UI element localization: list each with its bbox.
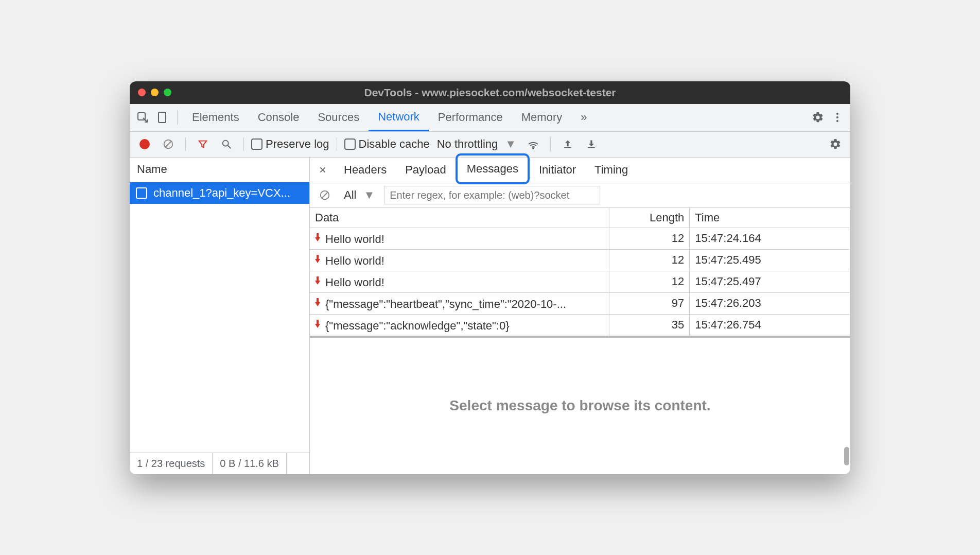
message-row[interactable]: Hello world!1215:47:25.495 — [310, 249, 850, 271]
preserve-log-checkbox[interactable]: Preserve log — [251, 137, 329, 151]
traffic-lights — [138, 89, 171, 96]
incoming-icon — [315, 237, 320, 241]
network-conditions-icon[interactable] — [523, 134, 543, 154]
message-data: Hello world! — [325, 233, 384, 246]
tab-memory[interactable]: Memory — [512, 104, 571, 131]
search-icon[interactable] — [217, 134, 236, 154]
clear-icon[interactable] — [159, 134, 178, 154]
scrollbar-thumb[interactable] — [844, 447, 849, 465]
incoming-icon — [315, 302, 320, 306]
messages-filterbar: All ▼ — [310, 183, 850, 208]
sidebar-footer: 1 / 23 requests 0 B / 11.6 kB — [130, 453, 309, 474]
detail-tab-timing[interactable]: Timing — [585, 158, 637, 183]
svg-point-4 — [836, 116, 838, 118]
upload-har-icon[interactable] — [558, 134, 577, 154]
message-length: 12 — [609, 271, 690, 292]
svg-rect-11 — [564, 147, 571, 148]
message-time: 15:47:24.164 — [690, 228, 850, 249]
transfer-size: 0 B / 11.6 kB — [213, 453, 287, 474]
detail-tab-payload[interactable]: Payload — [396, 158, 456, 183]
column-data[interactable]: Data — [310, 208, 609, 228]
inspect-element-icon[interactable] — [133, 108, 152, 127]
minimize-window-icon[interactable] — [151, 89, 159, 96]
kebab-menu-icon[interactable] — [828, 108, 847, 127]
more-tabs-icon[interactable]: » — [571, 104, 596, 131]
titlebar: DevTools - www.piesocket.com/websocket-t… — [130, 81, 850, 104]
request-row[interactable]: channel_1?api_key=VCX... — [130, 182, 309, 204]
detail-tab-initiator[interactable]: Initiator — [530, 158, 585, 183]
detail-tab-headers[interactable]: Headers — [335, 158, 396, 183]
tab-sources[interactable]: Sources — [308, 104, 369, 131]
incoming-icon — [315, 281, 320, 285]
tab-network[interactable]: Network — [369, 104, 429, 131]
detail-tab-messages[interactable]: Messages — [456, 153, 530, 184]
incoming-icon — [315, 324, 320, 328]
download-har-icon[interactable] — [582, 134, 601, 154]
svg-rect-12 — [588, 147, 594, 148]
message-length: 12 — [609, 228, 690, 249]
detail-panel: × HeadersPayloadMessagesInitiatorTiming … — [310, 158, 850, 474]
requests-count: 1 / 23 requests — [130, 453, 213, 474]
svg-line-9 — [228, 146, 231, 149]
svg-point-8 — [223, 141, 229, 146]
message-time: 15:47:26.754 — [690, 314, 850, 336]
panel-settings-icon[interactable] — [826, 134, 845, 154]
close-detail-icon[interactable]: × — [313, 160, 332, 180]
devtools-window: DevTools - www.piesocket.com/websocket-t… — [130, 81, 850, 474]
svg-point-3 — [836, 113, 838, 115]
tab-console[interactable]: Console — [249, 104, 309, 131]
message-time: 15:47:26.203 — [690, 292, 850, 314]
disable-cache-checkbox[interactable]: Disable cache — [344, 137, 430, 151]
device-toolbar-icon[interactable] — [152, 108, 172, 127]
tab-elements[interactable]: Elements — [183, 104, 249, 131]
messages-table: Data Length Time Hello world!1215:47:24.… — [310, 208, 850, 336]
message-time: 15:47:25.497 — [690, 271, 850, 292]
close-window-icon[interactable] — [138, 89, 146, 96]
message-row[interactable]: Hello world!1215:47:24.164 — [310, 228, 850, 249]
message-data: {"message":"heartbeat","sync_time":"2020… — [325, 298, 566, 311]
message-length: 12 — [609, 249, 690, 271]
message-data: {"message":"acknowledge","state":0} — [325, 319, 510, 333]
svg-rect-1 — [159, 112, 166, 123]
message-type-filter[interactable]: All ▼ — [341, 188, 378, 202]
column-time[interactable]: Time — [690, 208, 850, 228]
clear-messages-icon[interactable] — [315, 185, 335, 205]
filter-icon[interactable] — [193, 134, 213, 154]
message-length: 97 — [609, 292, 690, 314]
svg-line-7 — [166, 142, 171, 147]
request-name: channel_1?api_key=VCX... — [153, 186, 290, 200]
svg-point-5 — [836, 120, 838, 122]
main-tabbar: ElementsConsoleSourcesNetworkPerformance… — [130, 104, 850, 132]
sidebar-header-name[interactable]: Name — [130, 158, 309, 182]
requests-sidebar: Name channel_1?api_key=VCX... 1 / 23 req… — [130, 158, 310, 474]
message-time: 15:47:25.495 — [690, 249, 850, 271]
regex-filter-input[interactable] — [384, 186, 600, 204]
column-length[interactable]: Length — [609, 208, 690, 228]
message-row[interactable]: Hello world!1215:47:25.497 — [310, 271, 850, 292]
maximize-window-icon[interactable] — [164, 89, 171, 96]
record-button[interactable] — [135, 134, 154, 154]
tab-performance[interactable]: Performance — [429, 104, 512, 131]
message-row[interactable]: {"message":"acknowledge","state":0}3515:… — [310, 314, 850, 336]
settings-icon[interactable] — [808, 108, 828, 127]
content-area: Name channel_1?api_key=VCX... 1 / 23 req… — [130, 158, 850, 474]
window-title: DevTools - www.piesocket.com/websocket-t… — [364, 86, 616, 99]
incoming-icon — [315, 259, 320, 263]
message-placeholder: Select message to browse its content. — [310, 336, 850, 474]
svg-line-14 — [322, 193, 328, 198]
message-data: Hello world! — [325, 254, 384, 268]
throttling-select[interactable]: No throttling ▼ — [434, 137, 519, 151]
websocket-icon — [136, 187, 147, 199]
detail-tabbar: × HeadersPayloadMessagesInitiatorTiming — [310, 158, 850, 183]
message-data: Hello world! — [325, 276, 384, 289]
svg-point-10 — [533, 148, 534, 149]
message-row[interactable]: {"message":"heartbeat","sync_time":"2020… — [310, 292, 850, 314]
message-length: 35 — [609, 314, 690, 336]
